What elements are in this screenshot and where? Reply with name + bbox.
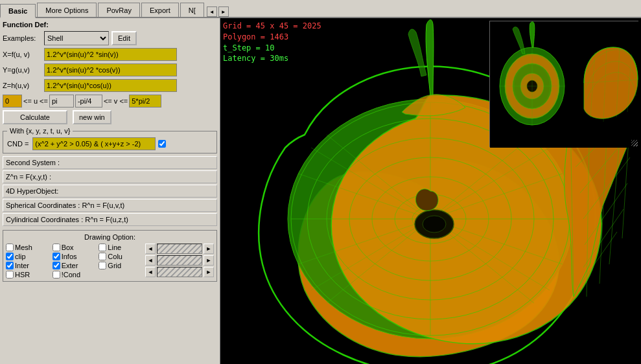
tab-basic[interactable]: Basic [0, 4, 36, 18]
exter-label: Exter [62, 262, 78, 269]
tab-nav-prev[interactable]: ◄ [207, 6, 217, 17]
drawing-options-title: Drawing Option: [6, 233, 214, 241]
main-content: Function Def: Examples: Shell Edit X=f(u… [0, 18, 641, 364]
edit-button[interactable]: Edit [111, 31, 137, 45]
inter-label: Inter [15, 262, 29, 269]
cnd-row: CND = [7, 137, 213, 150]
slider-row-1: ◄ ► [145, 244, 214, 254]
left-panel: Function Def: Examples: Shell Edit X=f(u… [0, 18, 220, 364]
spherical-button[interactable]: Spherical Coordinates : R^n = F(u,v,t) [3, 199, 217, 212]
hsr-checkbox-item: HSR [6, 271, 50, 279]
svg-point-31 [423, 216, 446, 233]
thumbnail [489, 21, 638, 147]
slider2-right-btn[interactable]: ► [204, 255, 214, 266]
clip-checkbox-item: clip [6, 253, 50, 260]
u-max-input[interactable] [49, 95, 74, 108]
box-checkbox[interactable] [52, 244, 60, 251]
v-max-input[interactable] [129, 95, 161, 108]
v-lte-label: <= v <= [104, 97, 128, 105]
second-system-button[interactable]: Second System : [3, 156, 217, 169]
mesh-label: Mesh [15, 244, 32, 251]
calculate-button[interactable]: Calculate [3, 110, 67, 124]
tab-more-options[interactable]: More Options [37, 3, 97, 17]
slider3-right-btn[interactable]: ► [204, 267, 214, 277]
checkbox-grid: Mesh Box Line clip [6, 244, 143, 279]
clip-checkbox[interactable] [6, 253, 14, 260]
colu-checkbox-item: Colu [99, 253, 143, 260]
exter-checkbox-item: Exter [52, 262, 97, 269]
u-lte-label: <= u <= [23, 97, 48, 105]
colu-label: Colu [108, 253, 122, 260]
icond-checkbox-item: !Cond [52, 271, 97, 279]
cylindrical-button[interactable]: Cylindrical Coordinates : R^n = F(u,z,t) [3, 213, 217, 226]
grid-label: Grid [108, 262, 121, 269]
inter-checkbox[interactable] [6, 262, 14, 269]
calc-row: Calculate new win [3, 110, 217, 124]
clip-label: clip [15, 253, 26, 260]
inter-checkbox-item: Inter [6, 262, 50, 269]
line-checkbox[interactable] [99, 244, 106, 251]
examples-label: Examples: [3, 34, 41, 42]
tab-nav-next[interactable]: ► [218, 6, 229, 17]
infos-checkbox[interactable] [52, 253, 60, 260]
stat-grid: Grid = 45 x 45 = 2025 [223, 21, 321, 32]
tab-bar: Basic More Options PovRay Export N[ ◄ ► [0, 0, 641, 18]
new-win-button[interactable]: new win [73, 110, 111, 124]
mesh-checkbox-item: Mesh [6, 244, 50, 251]
examples-select[interactable]: Shell [44, 31, 109, 45]
drawing-options: Drawing Option: Mesh Box Line [3, 230, 217, 282]
hsr-label: HSR [15, 271, 30, 279]
tab-povray[interactable]: PovRay [98, 3, 140, 17]
exter-checkbox[interactable] [52, 262, 60, 269]
stat-polygon: Polygon = 1463 [223, 32, 321, 43]
icond-checkbox[interactable] [52, 271, 60, 279]
x-formula-input[interactable] [44, 48, 177, 61]
v-min-input[interactable] [75, 95, 102, 108]
slider3-left-btn[interactable]: ◄ [145, 267, 156, 277]
z-formula-row: Z=h(u,v) [3, 79, 217, 92]
cnd-label: CND = [7, 140, 29, 148]
infos-label: Infos [62, 253, 77, 260]
y-label: Y=g(u,v) [3, 66, 41, 74]
colu-checkbox[interactable] [99, 253, 106, 260]
slider-row-2: ◄ ► [145, 255, 214, 266]
box-label: Box [62, 244, 74, 251]
grid-checkbox-item: Grid [99, 262, 143, 269]
cnd-input[interactable] [32, 137, 156, 150]
uv-range-row: <= u <= <= v <= [3, 95, 217, 108]
slider1-right-btn[interactable]: ► [204, 244, 214, 254]
stats-overlay: Grid = 45 x 45 = 2025 Polygon = 1463 t_S… [223, 21, 321, 64]
cnd-group: With {x, y, z, t, u, v} CND = [3, 127, 217, 154]
function-def-title: Function Def: [3, 21, 217, 28]
y-formula-input[interactable] [44, 63, 177, 76]
hyper-button[interactable]: 4D HyperObject: [3, 185, 217, 198]
slider2-track[interactable] [157, 255, 202, 266]
y-formula-row: Y=g(u,v) [3, 63, 217, 76]
examples-row: Examples: Shell Edit [3, 31, 217, 45]
x-label: X=f(u, v) [3, 51, 41, 58]
line-checkbox-item: Line [99, 244, 143, 251]
cnd-checkbox[interactable] [158, 140, 166, 148]
tab-export[interactable]: Export [141, 3, 179, 17]
slider-row-3: ◄ ► [145, 267, 214, 277]
with-group-legend: With {x, y, z, t, u, v} [7, 127, 73, 135]
infos-checkbox-item: Infos [52, 253, 97, 260]
slider1-left-btn[interactable]: ◄ [145, 244, 156, 254]
slider2-left-btn[interactable]: ◄ [145, 255, 156, 266]
line-label: Line [108, 244, 121, 251]
hsr-checkbox[interactable] [6, 271, 14, 279]
zn-button[interactable]: Z^n = F(x,y,t) : [3, 170, 217, 183]
right-panel: Grid = 45 x 45 = 2025 Polygon = 1463 t_S… [220, 18, 641, 364]
grid-checkbox[interactable] [99, 262, 106, 269]
stat-tstep: t_Step = 10 [223, 43, 321, 54]
mesh-checkbox[interactable] [6, 244, 14, 251]
slider-group: ◄ ► ◄ ► ◄ ► [145, 244, 214, 279]
thumbnail-svg [490, 21, 639, 148]
tab-n[interactable]: N[ [180, 3, 204, 17]
z-formula-input[interactable] [44, 79, 177, 92]
slider1-track[interactable] [157, 244, 202, 254]
z-label: Z=h(u,v) [3, 82, 41, 89]
thumbnail-resize-handle[interactable] [631, 140, 638, 146]
slider3-track[interactable] [157, 267, 202, 277]
u-min-input[interactable] [3, 95, 22, 108]
